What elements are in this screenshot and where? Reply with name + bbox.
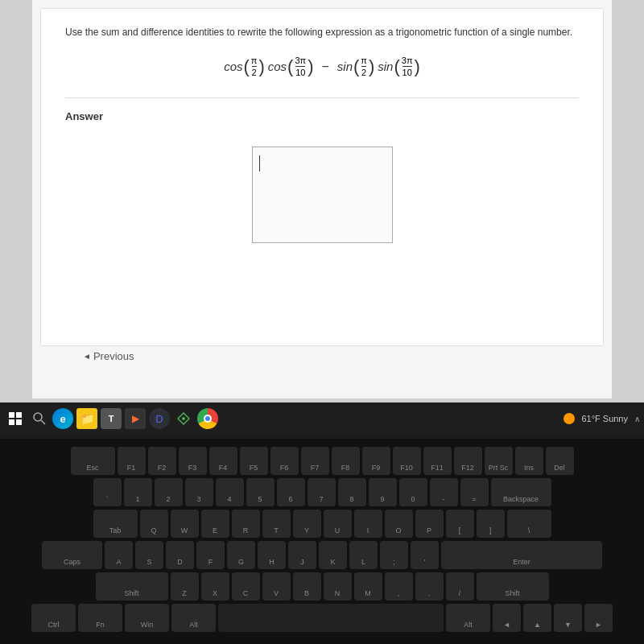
teams-icon[interactable]: T [101, 408, 122, 429]
key-w[interactable]: W [171, 510, 199, 538]
key-o[interactable]: O [385, 510, 413, 538]
key-n[interactable]: N [324, 572, 352, 601]
key-semicolon[interactable]: ; [380, 541, 408, 569]
key-alt-r[interactable]: Alt [446, 604, 490, 632]
key-f7[interactable]: F7 [301, 447, 329, 475]
key-win[interactable]: Win [125, 604, 169, 632]
key-quote[interactable]: ' [411, 541, 439, 569]
key-lshift[interactable]: Shift [96, 572, 168, 601]
paren-open-1: ( [244, 56, 250, 77]
key-f9[interactable]: F9 [362, 447, 390, 475]
key-g[interactable]: G [227, 541, 255, 569]
key-x[interactable]: X [201, 572, 229, 601]
key-del[interactable]: Del [546, 447, 574, 475]
key-lbracket[interactable]: [ [446, 510, 474, 538]
key-f2[interactable]: F2 [148, 447, 176, 475]
key-h[interactable]: H [258, 541, 286, 569]
key-f6[interactable]: F6 [270, 447, 299, 475]
key-right[interactable]: ► [584, 604, 613, 632]
key-backtick[interactable]: ` [93, 478, 122, 506]
key-7[interactable]: 7 [308, 478, 336, 506]
answer-input-box[interactable] [252, 147, 393, 243]
key-space[interactable] [218, 604, 444, 632]
key-p[interactable]: P [415, 510, 444, 538]
folder-icon[interactable]: 📁 [76, 408, 97, 429]
key-rshift[interactable]: Shift [477, 572, 549, 601]
math-expression: cos ( π 2 ) cos ( 3π 10 ) [65, 56, 579, 77]
answer-area [65, 130, 579, 259]
taskbar-arrows: ∧ [634, 415, 640, 423]
key-i[interactable]: I [354, 510, 382, 538]
key-6[interactable]: 6 [277, 478, 305, 506]
key-comma[interactable]: , [385, 572, 413, 601]
key-5[interactable]: 5 [246, 478, 275, 506]
key-equals[interactable]: = [460, 478, 489, 506]
key-f8[interactable]: F8 [332, 447, 360, 475]
previous-button[interactable]: Previous [76, 346, 140, 366]
discord-icon[interactable]: D [149, 408, 170, 429]
vpn-icon[interactable] [173, 408, 194, 429]
key-c[interactable]: C [232, 572, 260, 601]
key-4[interactable]: 4 [216, 478, 244, 506]
key-enter[interactable]: Enter [441, 541, 602, 569]
key-9[interactable]: 9 [369, 478, 397, 506]
key-d[interactable]: D [166, 541, 194, 569]
key-q[interactable]: Q [140, 510, 168, 538]
key-ctrl-l[interactable]: Ctrl [31, 604, 76, 632]
key-v[interactable]: V [262, 572, 291, 601]
key-f12[interactable]: F12 [454, 447, 482, 475]
key-u[interactable]: U [324, 510, 352, 538]
key-f11[interactable]: F11 [423, 447, 452, 475]
key-y[interactable]: Y [293, 510, 321, 538]
key-f[interactable]: F [196, 541, 225, 569]
key-0[interactable]: 0 [399, 478, 427, 506]
search-button[interactable] [30, 409, 49, 428]
key-r[interactable]: R [232, 510, 260, 538]
key-prtsc[interactable]: Prt Sc [485, 447, 513, 475]
key-backspace[interactable]: Backspace [491, 478, 551, 506]
chrome-icon[interactable] [197, 408, 218, 429]
key-left[interactable]: ◄ [493, 604, 521, 632]
key-minus[interactable]: - [430, 478, 458, 506]
key-up[interactable]: ▲ [523, 604, 551, 632]
paren-close-1: ) [258, 56, 264, 77]
key-j[interactable]: J [288, 541, 316, 569]
key-f3[interactable]: F3 [179, 447, 207, 475]
key-ins[interactable]: Ins [515, 447, 543, 475]
key-tab[interactable]: Tab [93, 510, 138, 538]
key-rbracket[interactable]: ] [477, 510, 505, 538]
key-slash[interactable]: / [446, 572, 474, 601]
trig-term-3: sin ( π 2 ) [337, 56, 374, 77]
key-t[interactable]: T [262, 510, 291, 538]
key-period[interactable]: . [415, 572, 444, 601]
key-down[interactable]: ▼ [554, 604, 582, 632]
key-8[interactable]: 8 [338, 478, 366, 506]
key-m[interactable]: M [354, 572, 382, 601]
frac-3pi-10: 3π 10 [295, 56, 306, 77]
key-b[interactable]: B [293, 572, 321, 601]
key-alt-l[interactable]: Alt [171, 604, 216, 632]
windows-button[interactable] [4, 407, 27, 430]
key-k[interactable]: K [319, 541, 347, 569]
key-fn[interactable]: Fn [78, 604, 122, 632]
key-1[interactable]: 1 [124, 478, 152, 506]
key-f1[interactable]: F1 [118, 447, 146, 475]
answer-label: Answer [65, 110, 579, 122]
key-esc[interactable]: Esc [71, 447, 115, 475]
key-f4[interactable]: F4 [209, 447, 237, 475]
key-3[interactable]: 3 [185, 478, 213, 506]
media-icon[interactable]: ▶ [125, 408, 146, 429]
key-2[interactable]: 2 [155, 478, 183, 506]
qwerty-row: Tab Q W E R T Y U I O P [ ] \ [8, 510, 636, 538]
key-z[interactable]: Z [171, 572, 199, 601]
key-f10[interactable]: F10 [393, 447, 421, 475]
key-s[interactable]: S [135, 541, 163, 569]
key-capslock[interactable]: Caps [42, 541, 102, 569]
cos-2: cos [268, 60, 287, 73]
edge-icon[interactable]: e [52, 408, 73, 429]
key-e[interactable]: E [201, 510, 229, 538]
key-a[interactable]: A [105, 541, 133, 569]
key-f5[interactable]: F5 [240, 447, 268, 475]
key-l[interactable]: L [349, 541, 378, 569]
key-backslash[interactable]: \ [507, 510, 551, 538]
